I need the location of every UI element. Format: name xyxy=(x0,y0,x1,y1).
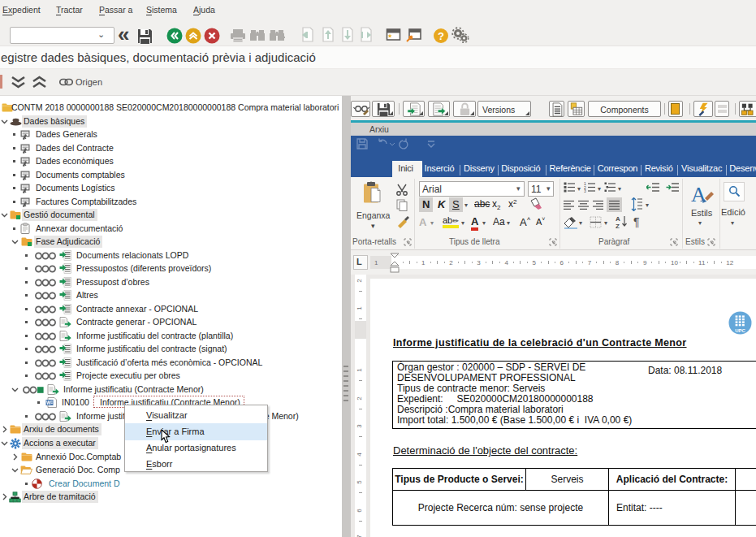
svg-text:A: A xyxy=(616,215,620,223)
svg-text:Z: Z xyxy=(616,223,620,229)
svg-text:?: ? xyxy=(438,30,444,42)
svg-text:A: A xyxy=(691,183,706,206)
svg-text:3: 3 xyxy=(584,188,586,193)
svg-text:UPC: UPC xyxy=(735,328,745,333)
